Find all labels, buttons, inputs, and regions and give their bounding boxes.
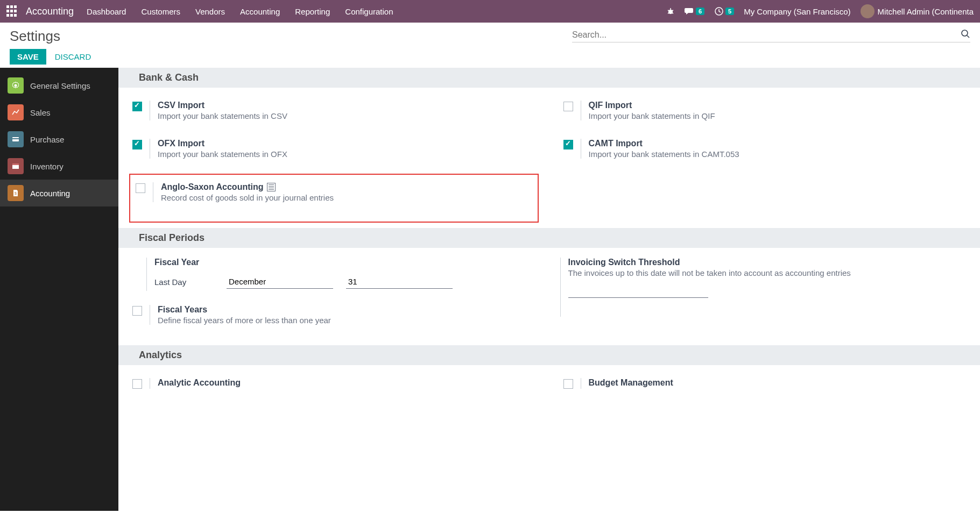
building-icon: [267, 183, 276, 191]
sidebar-item-label: Accounting: [30, 189, 70, 198]
sidebar-item-label: Inventory: [30, 162, 64, 171]
setting-title: Anglo-Saxon Accounting: [161, 182, 532, 192]
svg-rect-11: [12, 138, 19, 139]
setting-title: QIF Import: [589, 101, 967, 110]
setting-title: Analytic Accounting: [158, 378, 535, 388]
last-day-label: Last Day: [154, 277, 214, 287]
setting-anglo-saxon: Anglo-Saxon Accounting Record cost of go…: [129, 174, 539, 223]
fiscal-month-select[interactable]: [227, 275, 333, 289]
setting-csv-import: CSV Import Import your bank statements i…: [129, 97, 539, 124]
document-icon: $: [8, 185, 24, 201]
svg-text:$: $: [15, 191, 17, 195]
user-menu[interactable]: Mitchell Admin (Continenta: [861, 4, 974, 18]
setting-title: OFX Import: [158, 139, 535, 148]
company-name[interactable]: My Company (San Francisco): [744, 7, 850, 16]
menu-accounting[interactable]: Accounting: [240, 7, 280, 16]
svg-point-0: [668, 10, 673, 14]
clock-icon[interactable]: 5: [714, 6, 734, 16]
user-name: Mitchell Admin (Continenta: [878, 7, 974, 16]
setting-desc: Import your bank statements in QIF: [589, 111, 967, 120]
sidebar-item-sales[interactable]: Sales: [0, 99, 118, 126]
setting-desc: Import your bank statements in OFX: [158, 149, 535, 159]
checkbox-fiscal-years[interactable]: [132, 306, 142, 316]
checkbox-camt[interactable]: [563, 140, 573, 149]
settings-sidebar: General Settings Sales Purchase Inventor…: [0, 68, 118, 511]
setting-budget-management: Budget Management: [560, 375, 970, 392]
svg-line-2: [668, 10, 669, 11]
setting-desc: Import your bank statements in CSV: [158, 111, 535, 120]
threshold-input[interactable]: [568, 285, 708, 298]
search-container: [572, 28, 970, 42]
svg-line-3: [672, 10, 673, 11]
setting-fiscal-years: Fiscal Years Define fiscal years of more…: [129, 302, 539, 328]
section-title-analytics: Analytics: [118, 345, 980, 365]
checkbox-budget[interactable]: [563, 379, 573, 389]
checkbox-qif[interactable]: [563, 102, 573, 111]
menu-reporting[interactable]: Reporting: [295, 7, 330, 16]
apps-icon[interactable]: [6, 5, 18, 17]
section-title-fiscal: Fiscal Periods: [118, 228, 980, 248]
avatar: [861, 4, 875, 18]
svg-line-4: [668, 13, 669, 13]
subheader: Settings SAVE DISCARD: [0, 23, 980, 68]
card-icon: [8, 131, 24, 147]
setting-title: CSV Import: [158, 101, 535, 110]
setting-desc: Define fiscal years of more or less than…: [158, 316, 535, 325]
fiscal-day-input[interactable]: [346, 275, 453, 289]
svg-line-5: [672, 13, 673, 13]
gear-icon: [8, 77, 24, 94]
top-navbar: Accounting Dashboard Customers Vendors A…: [0, 0, 980, 23]
brand-title[interactable]: Accounting: [26, 6, 74, 17]
threshold-title: Invoicing Switch Threshold: [568, 258, 970, 267]
setting-title: CAMT Import: [589, 139, 967, 148]
setting-desc: Import your bank statements in CAMT.053: [589, 149, 967, 159]
svg-point-7: [962, 30, 968, 36]
setting-desc: Record cost of goods sold in your journa…: [161, 193, 532, 202]
settings-content: Bank & Cash CSV Import Import your bank …: [118, 68, 980, 511]
sidebar-item-label: General Settings: [30, 81, 90, 90]
checkbox-analytic[interactable]: [132, 379, 142, 389]
setting-title: Fiscal Years: [158, 305, 535, 315]
setting-ofx-import: OFX Import Import your bank statements i…: [129, 136, 539, 162]
menu-dashboard[interactable]: Dashboard: [87, 7, 126, 16]
sidebar-item-label: Sales: [30, 108, 51, 117]
svg-line-8: [967, 35, 969, 38]
menu-customers[interactable]: Customers: [141, 7, 180, 16]
topnav-menu: Dashboard Customers Vendors Accounting R…: [87, 7, 666, 16]
setting-qif-import: QIF Import Import your bank statements i…: [560, 97, 970, 124]
section-title-bank-cash: Bank & Cash: [118, 68, 980, 88]
sidebar-item-accounting[interactable]: $ Accounting: [0, 180, 118, 206]
svg-rect-13: [12, 163, 19, 165]
box-icon: [8, 158, 24, 174]
bug-icon[interactable]: [666, 7, 675, 16]
search-icon[interactable]: [961, 29, 970, 39]
sidebar-item-general[interactable]: General Settings: [0, 72, 118, 99]
topnav-right: 6 5 My Company (San Francisco) Mitchell …: [666, 4, 974, 18]
sidebar-item-label: Purchase: [30, 135, 64, 144]
page-title: Settings: [10, 28, 91, 45]
checkbox-csv[interactable]: [132, 102, 142, 111]
svg-point-9: [15, 84, 17, 87]
setting-camt-import: CAMT Import Import your bank statements …: [560, 136, 970, 162]
setting-analytic-accounting: Analytic Accounting: [129, 375, 539, 392]
sidebar-item-purchase[interactable]: Purchase: [0, 126, 118, 153]
fiscal-year-heading: Fiscal Year: [154, 258, 539, 267]
chat-icon[interactable]: 6: [685, 7, 704, 16]
checkbox-anglo[interactable]: [136, 183, 145, 193]
threshold-desc: The invoices up to this date will not be…: [568, 268, 970, 277]
menu-vendors[interactable]: Vendors: [195, 7, 225, 16]
save-button[interactable]: SAVE: [10, 49, 46, 65]
search-input[interactable]: [572, 30, 970, 40]
discard-button[interactable]: DISCARD: [55, 52, 91, 61]
chart-icon: [8, 104, 24, 120]
sidebar-item-inventory[interactable]: Inventory: [0, 153, 118, 180]
svg-rect-12: [12, 165, 19, 169]
clock-badge: 5: [725, 8, 734, 15]
setting-title: Budget Management: [589, 378, 967, 388]
chat-badge: 6: [696, 8, 704, 15]
menu-configuration[interactable]: Configuration: [345, 7, 393, 16]
checkbox-ofx[interactable]: [132, 140, 142, 149]
